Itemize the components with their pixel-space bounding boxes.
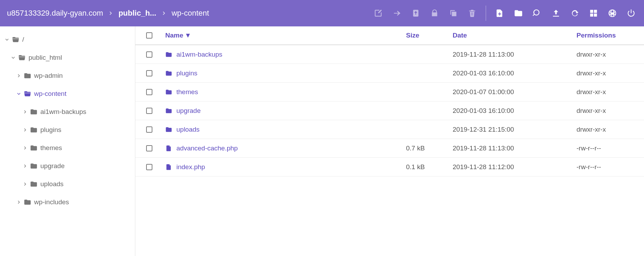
table-row[interactable]: themes2020-01-07 01:00:00drwxr-xr-x <box>135 83 644 101</box>
row-checkbox[interactable] <box>146 126 152 133</box>
edit-square-icon <box>374 9 383 18</box>
file-name[interactable]: ai1wm-backups <box>176 51 222 58</box>
breadcrumb: u857133329.daily-gyan.compublic_h...wp-c… <box>3 9 369 18</box>
column-header-permissions[interactable]: Permissions <box>574 32 644 39</box>
folder-icon <box>30 108 38 116</box>
table-row[interactable]: uploads2019-12-31 21:15:00drwxr-xr-x <box>135 120 644 139</box>
lock-icon <box>430 9 439 18</box>
file-size: 0.7 kB <box>404 144 451 152</box>
file-name[interactable]: themes <box>176 88 198 96</box>
table-row[interactable]: index.php0.1 kB2019-11-28 11:12:00-rw-r-… <box>135 158 644 176</box>
chevron-down-icon[interactable] <box>15 91 22 97</box>
file-name[interactable]: uploads <box>176 126 200 133</box>
breadcrumb-item[interactable]: public_h... <box>116 9 158 18</box>
tree-node-label: themes <box>40 144 62 152</box>
select-all-button[interactable] <box>584 0 603 26</box>
breadcrumb-item[interactable]: u857133329.daily-gyan.com <box>5 9 105 18</box>
toolbar <box>369 0 641 26</box>
column-header-name[interactable]: Name ▼ <box>163 32 404 39</box>
tree-node[interactable]: uploads <box>1 175 133 193</box>
table-row[interactable]: advanced-cache.php0.7 kB2019-11-28 11:13… <box>135 139 644 158</box>
breadcrumb-item[interactable]: wp-content <box>169 9 211 18</box>
copy-icon <box>449 9 458 18</box>
language-button[interactable] <box>603 0 622 26</box>
table-row[interactable]: ai1wm-backups2019-11-28 11:13:00drwxr-xr… <box>135 45 644 64</box>
table-row[interactable]: upgrade2020-01-03 16:10:00drwxr-xr-x <box>135 101 644 120</box>
file-date: 2020-01-07 01:00:00 <box>451 88 574 96</box>
column-header-size[interactable]: Size <box>404 32 451 39</box>
file-date: 2019-11-28 11:13:00 <box>451 51 574 58</box>
search-icon <box>533 9 542 18</box>
row-checkbox[interactable] <box>146 70 152 76</box>
file-name[interactable]: upgrade <box>176 107 201 115</box>
file-permissions: drwxr-xr-x <box>574 126 644 133</box>
file-name[interactable]: plugins <box>176 69 197 77</box>
folder-icon <box>30 126 38 134</box>
arrow-right-icon <box>392 9 401 18</box>
tree-node[interactable]: ai1wm-backups <box>1 103 133 121</box>
refresh-button[interactable] <box>565 0 584 26</box>
file-name[interactable]: advanced-cache.php <box>176 144 238 152</box>
tree-node[interactable]: wp-admin <box>1 67 133 85</box>
table-row[interactable]: plugins2020-01-03 16:10:00drwxr-xr-x <box>135 64 644 83</box>
tree-node[interactable]: wp-includes <box>1 193 133 211</box>
folder-icon <box>165 89 172 96</box>
chevron-right-icon[interactable] <box>15 73 22 79</box>
new-folder-button[interactable] <box>509 0 528 26</box>
edit-button[interactable] <box>369 0 388 26</box>
column-header-date[interactable]: Date <box>451 32 574 39</box>
folder-icon <box>30 180 38 188</box>
chevron-right-icon[interactable] <box>22 163 29 169</box>
tree-node[interactable]: public_html <box>1 49 133 67</box>
permissions-button[interactable] <box>425 0 444 26</box>
chevron-right-icon[interactable] <box>15 199 22 205</box>
folder-icon <box>165 51 172 58</box>
tree-node[interactable]: themes <box>1 139 133 157</box>
file-permissions: drwxr-xr-x <box>574 69 644 77</box>
chevron-right-icon[interactable] <box>22 145 29 151</box>
row-checkbox[interactable] <box>146 108 152 114</box>
search-button[interactable] <box>528 0 547 26</box>
file-date: 2019-11-28 11:13:00 <box>451 144 574 152</box>
power-button[interactable] <box>622 0 641 26</box>
folder-plus-icon <box>514 9 523 18</box>
upload-button[interactable] <box>547 0 565 26</box>
select-all-checkbox[interactable] <box>146 32 152 39</box>
folder-icon <box>24 198 31 206</box>
tree-node[interactable]: plugins <box>1 121 133 139</box>
grid-icon <box>589 9 598 18</box>
row-checkbox[interactable] <box>146 51 152 58</box>
folder-icon <box>24 72 31 80</box>
row-checkbox[interactable] <box>146 164 152 170</box>
chevron-right-icon[interactable] <box>22 127 29 133</box>
file-date: 2020-01-03 16:10:00 <box>451 69 574 77</box>
tree-node-label: plugins <box>40 126 61 134</box>
file-date: 2020-01-03 16:10:00 <box>451 107 574 115</box>
copy-button[interactable] <box>444 0 463 26</box>
tree-node-label: ai1wm-backups <box>40 108 86 116</box>
row-checkbox[interactable] <box>146 89 152 95</box>
new-file-button[interactable] <box>490 0 509 26</box>
file-permissions: -rw-r--r-- <box>574 144 644 152</box>
chevron-right-icon <box>107 10 114 17</box>
file-icon <box>165 145 172 152</box>
chevron-right-icon[interactable] <box>22 181 29 187</box>
tree-node[interactable]: wp-content <box>1 85 133 103</box>
chevron-down-icon[interactable] <box>3 36 10 43</box>
chevron-right-icon <box>160 10 167 17</box>
file-name[interactable]: index.php <box>176 163 205 171</box>
tree-node[interactable]: upgrade <box>1 157 133 175</box>
chevron-down-icon[interactable] <box>10 55 17 61</box>
chevron-right-icon[interactable] <box>22 109 29 115</box>
globe-icon <box>608 9 617 18</box>
trash-icon <box>468 9 477 18</box>
refresh-icon <box>570 9 579 18</box>
file-permissions: drwxr-xr-x <box>574 88 644 96</box>
move-button[interactable] <box>388 0 406 26</box>
download-button[interactable] <box>406 0 425 26</box>
tree-node[interactable]: / <box>1 31 133 49</box>
file-list: Name ▼ Size Date Permissions ai1wm-backu… <box>135 26 644 256</box>
row-checkbox[interactable] <box>146 145 152 151</box>
delete-button[interactable] <box>463 0 482 26</box>
folder-open-icon <box>12 36 19 43</box>
